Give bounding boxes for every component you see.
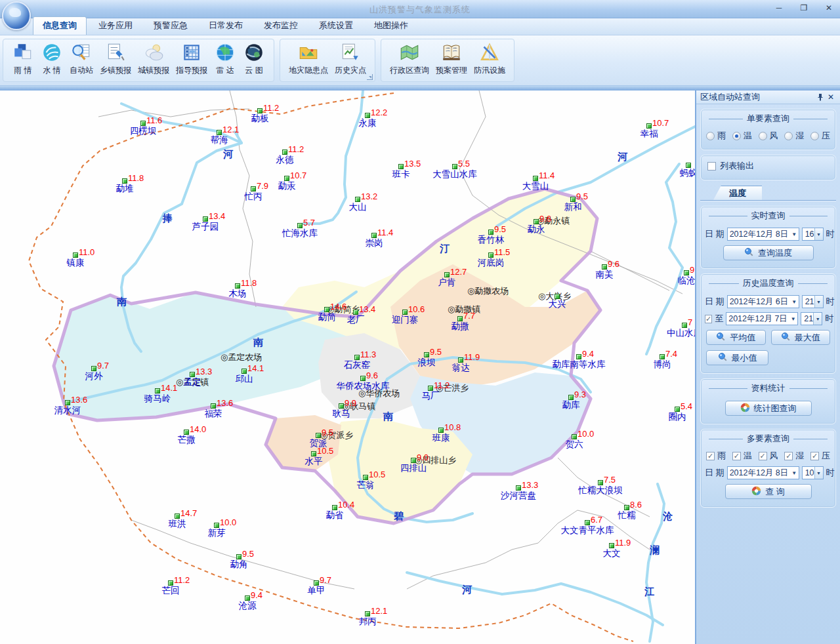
- list-output-option[interactable]: 列表输出: [705, 157, 831, 174]
- panel-close-icon[interactable]: ✕: [826, 92, 836, 102]
- main-tab-3[interactable]: 预警应急: [144, 17, 197, 35]
- average-value-button[interactable]: 平均值: [706, 330, 766, 345]
- realtime-date-select[interactable]: 2012年12月 8日▼: [727, 228, 799, 241]
- toolbar-button-radar[interactable]: 雷 达: [214, 41, 236, 76]
- multi-element-checkbox-3[interactable]: 风: [759, 450, 778, 462]
- multi-element-checkbox-2[interactable]: 温: [732, 450, 752, 462]
- multi-element-checkbox-5[interactable]: 压: [810, 450, 830, 462]
- history-end-date-select[interactable]: 2012年12月 7日▼: [726, 312, 798, 325]
- station-temperature-value: 11.6: [146, 115, 162, 125]
- min-value-button[interactable]: 最小值: [706, 350, 768, 365]
- radio-icon[interactable]: [759, 132, 767, 140]
- minimize-button[interactable]: ─: [772, 3, 786, 13]
- chevron-down-icon[interactable]: ▼: [814, 467, 823, 479]
- query-temperature-button[interactable]: 查询温度: [723, 245, 814, 260]
- river-label: 南: [253, 336, 263, 349]
- main-tab-1[interactable]: 信息查询: [33, 16, 87, 35]
- toolbar-button-geohazard[interactable]: 地灾隐患点: [289, 41, 328, 76]
- chevron-down-icon[interactable]: ▼: [790, 231, 799, 237]
- toolbar-button-guide[interactable]: 指导预报: [176, 41, 207, 76]
- element-radio-5[interactable]: 压: [810, 130, 830, 142]
- checkbox-label: 湿: [795, 450, 804, 462]
- history-start-hour-select[interactable]: 21▼: [802, 295, 824, 308]
- element-radio-2[interactable]: 温: [732, 130, 752, 142]
- statistics-chart-query-button[interactable]: 统计图查询: [725, 401, 812, 416]
- station-name-label: 华侨农场水库: [337, 380, 390, 392]
- toolbar-button-autostation[interactable]: 自动站: [70, 41, 93, 76]
- toolbar-button-label: 雨 情: [14, 65, 32, 76]
- toolbar-button-rain[interactable]: 雨 情: [12, 41, 34, 76]
- station-name-label: 大文: [603, 548, 621, 559]
- checkbox-icon[interactable]: [810, 452, 819, 460]
- element-radio-4[interactable]: 湿: [784, 130, 804, 142]
- multi-element-checkbox-1[interactable]: 雨: [706, 450, 726, 462]
- station-name-label: 勐库: [562, 399, 580, 411]
- chevron-down-icon[interactable]: ▼: [789, 316, 797, 322]
- station-temperature-value: 11.0: [79, 247, 94, 257]
- main-tab-4[interactable]: 日常发布: [200, 17, 252, 35]
- checkbox-icon[interactable]: [706, 452, 715, 460]
- station-temperature-value: 9.4: [582, 349, 594, 359]
- history-to-checkbox[interactable]: [705, 315, 712, 323]
- max-value-button[interactable]: 最大值: [771, 330, 831, 345]
- window-title: 山洪预警与气象监测系统: [0, 4, 840, 16]
- tab-temperature[interactable]: 温度: [713, 186, 762, 200]
- toolbar-button-water[interactable]: 水 情: [41, 41, 63, 76]
- radio-icon[interactable]: [784, 132, 793, 140]
- toolbar-button-floodfacility[interactable]: 防汛设施: [474, 41, 505, 76]
- station-temperature-value: 9.6: [366, 371, 378, 380]
- station-temperature-value: 11.2: [288, 144, 304, 154]
- station-name-label: 大文青平水库: [561, 525, 614, 536]
- multi-element-checkbox-4[interactable]: 湿: [784, 450, 804, 462]
- main-tab-5[interactable]: 发布监控: [255, 17, 307, 35]
- main-tab-2[interactable]: 业务应用: [89, 17, 142, 35]
- station-temperature-value: 12.2: [371, 108, 387, 117]
- group-expander-icon[interactable]: [367, 74, 373, 80]
- checkbox-icon[interactable]: [732, 452, 741, 460]
- toolbar-button-planbook[interactable]: 预案管理: [436, 41, 467, 76]
- pin-icon[interactable]: [815, 92, 826, 102]
- main-tab-7[interactable]: 地图操作: [365, 17, 417, 35]
- station-temperature-value: 11.2: [174, 575, 190, 585]
- radio-icon[interactable]: [732, 132, 741, 140]
- toolbar-button-townforecast[interactable]: 城镇预报: [138, 41, 169, 76]
- list-output-checkbox[interactable]: [707, 162, 716, 171]
- toolbar-button-label: 雷 达: [216, 65, 234, 76]
- chevron-down-icon[interactable]: ▼: [813, 313, 822, 325]
- chevron-down-icon[interactable]: ▼: [814, 296, 823, 308]
- element-radio-3[interactable]: 风: [759, 130, 778, 142]
- radio-label: 温: [744, 130, 752, 142]
- toolbar-button-township[interactable]: 乡镇预报: [100, 41, 131, 76]
- checkbox-icon[interactable]: [784, 452, 793, 460]
- history-start-date-select[interactable]: 2012年12月 6日▼: [727, 295, 799, 308]
- history-end-hour-select[interactable]: 21▼: [801, 312, 822, 325]
- geohazard-icon: [297, 41, 320, 64]
- toolbar-button-historydisaster[interactable]: 历史灾点: [335, 41, 366, 76]
- realtime-hour-select[interactable]: 16▼: [802, 228, 824, 241]
- toolbar-button-adminregion[interactable]: 行政区查询: [390, 41, 429, 76]
- station-name-label: 忙糯: [618, 510, 636, 521]
- main-tab-6[interactable]: 系统设置: [310, 17, 362, 35]
- map-viewport[interactable]: ◎勐永镇◎勐撒农场◎勐撒镇◎大兴乡◎勐简乡◎孟定农场◎孟定镇◎华侨农场◎芒洪乡◎…: [0, 91, 695, 644]
- station-temperature-value: 12.7: [450, 267, 467, 277]
- toolbar-button-cloudmap[interactable]: 云 图: [243, 41, 265, 76]
- multi-query-button[interactable]: 查 询: [725, 484, 812, 499]
- station-temperature-value: 13.4: [209, 211, 225, 221]
- station-temperature-value: 10.0: [220, 517, 236, 527]
- station-temperature-value: 13.4: [359, 304, 375, 314]
- chevron-down-icon[interactable]: ▼: [790, 470, 799, 476]
- station-temperature-value: 8.6: [630, 500, 642, 510]
- chevron-down-icon[interactable]: ▼: [814, 228, 823, 240]
- chevron-down-icon[interactable]: ▼: [790, 299, 799, 305]
- checkbox-icon[interactable]: [759, 452, 767, 460]
- radio-icon[interactable]: [810, 132, 819, 140]
- station-temperature-value: 5.5: [458, 159, 470, 169]
- radio-icon[interactable]: [706, 132, 715, 140]
- element-radio-1[interactable]: 雨: [706, 130, 726, 142]
- multi-date-select[interactable]: 2012年12月 8日▼: [727, 466, 799, 479]
- station-name-label: 帮海: [211, 134, 228, 146]
- maximize-button[interactable]: ❐: [797, 3, 811, 13]
- multi-hour-select[interactable]: 10▼: [802, 466, 824, 479]
- station-name-label: 沙河营盘: [501, 490, 536, 502]
- close-button[interactable]: ✕: [822, 3, 836, 13]
